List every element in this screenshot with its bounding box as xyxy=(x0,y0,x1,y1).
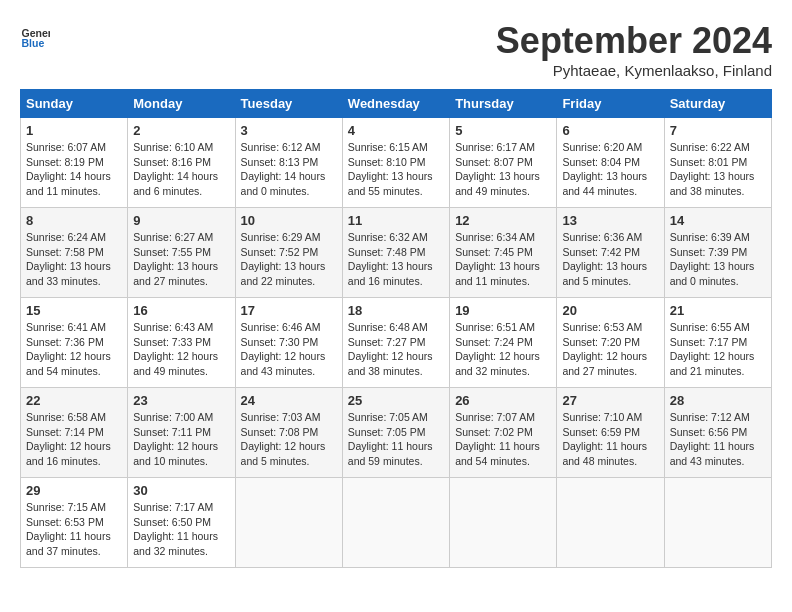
calendar-header-row: Sunday Monday Tuesday Wednesday Thursday… xyxy=(21,90,772,118)
header-friday: Friday xyxy=(557,90,664,118)
day-number: 5 xyxy=(455,123,551,138)
day-number: 15 xyxy=(26,303,122,318)
cell-text: Sunrise: 6:51 AMSunset: 7:24 PMDaylight:… xyxy=(455,321,540,377)
day-number: 12 xyxy=(455,213,551,228)
day-number: 29 xyxy=(26,483,122,498)
day-number: 26 xyxy=(455,393,551,408)
day-number: 25 xyxy=(348,393,444,408)
cell-text: Sunrise: 6:34 AMSunset: 7:45 PMDaylight:… xyxy=(455,231,540,287)
table-row: 25 Sunrise: 7:05 AMSunset: 7:05 PMDaylig… xyxy=(342,388,449,478)
cell-text: Sunrise: 6:24 AMSunset: 7:58 PMDaylight:… xyxy=(26,231,111,287)
cell-text: Sunrise: 6:41 AMSunset: 7:36 PMDaylight:… xyxy=(26,321,111,377)
table-row: 7 Sunrise: 6:22 AMSunset: 8:01 PMDayligh… xyxy=(664,118,771,208)
cell-text: Sunrise: 6:32 AMSunset: 7:48 PMDaylight:… xyxy=(348,231,433,287)
table-row: 8 Sunrise: 6:24 AMSunset: 7:58 PMDayligh… xyxy=(21,208,128,298)
cell-text: Sunrise: 7:10 AMSunset: 6:59 PMDaylight:… xyxy=(562,411,647,467)
table-row: 30 Sunrise: 7:17 AMSunset: 6:50 PMDaylig… xyxy=(128,478,235,568)
table-row xyxy=(557,478,664,568)
day-number: 28 xyxy=(670,393,766,408)
logo-icon: General Blue xyxy=(20,20,50,50)
table-row: 27 Sunrise: 7:10 AMSunset: 6:59 PMDaylig… xyxy=(557,388,664,478)
day-number: 14 xyxy=(670,213,766,228)
day-number: 4 xyxy=(348,123,444,138)
cell-text: Sunrise: 6:07 AMSunset: 8:19 PMDaylight:… xyxy=(26,141,111,197)
table-row: 1 Sunrise: 6:07 AMSunset: 8:19 PMDayligh… xyxy=(21,118,128,208)
cell-text: Sunrise: 7:17 AMSunset: 6:50 PMDaylight:… xyxy=(133,501,218,557)
table-row: 14 Sunrise: 6:39 AMSunset: 7:39 PMDaylig… xyxy=(664,208,771,298)
location: Pyhtaeae, Kymenlaakso, Finland xyxy=(496,62,772,79)
table-row: 23 Sunrise: 7:00 AMSunset: 7:11 PMDaylig… xyxy=(128,388,235,478)
cell-text: Sunrise: 6:15 AMSunset: 8:10 PMDaylight:… xyxy=(348,141,433,197)
table-row: 20 Sunrise: 6:53 AMSunset: 7:20 PMDaylig… xyxy=(557,298,664,388)
day-number: 27 xyxy=(562,393,658,408)
header-sunday: Sunday xyxy=(21,90,128,118)
day-number: 10 xyxy=(241,213,337,228)
title-block: September 2024 Pyhtaeae, Kymenlaakso, Fi… xyxy=(496,20,772,79)
table-row: 10 Sunrise: 6:29 AMSunset: 7:52 PMDaylig… xyxy=(235,208,342,298)
day-number: 1 xyxy=(26,123,122,138)
day-number: 20 xyxy=(562,303,658,318)
day-number: 13 xyxy=(562,213,658,228)
table-row: 6 Sunrise: 6:20 AMSunset: 8:04 PMDayligh… xyxy=(557,118,664,208)
table-row: 18 Sunrise: 6:48 AMSunset: 7:27 PMDaylig… xyxy=(342,298,449,388)
day-number: 11 xyxy=(348,213,444,228)
table-row: 26 Sunrise: 7:07 AMSunset: 7:02 PMDaylig… xyxy=(450,388,557,478)
table-row: 4 Sunrise: 6:15 AMSunset: 8:10 PMDayligh… xyxy=(342,118,449,208)
table-row: 28 Sunrise: 7:12 AMSunset: 6:56 PMDaylig… xyxy=(664,388,771,478)
header-thursday: Thursday xyxy=(450,90,557,118)
table-row: 3 Sunrise: 6:12 AMSunset: 8:13 PMDayligh… xyxy=(235,118,342,208)
day-number: 17 xyxy=(241,303,337,318)
cell-text: Sunrise: 7:07 AMSunset: 7:02 PMDaylight:… xyxy=(455,411,540,467)
day-number: 8 xyxy=(26,213,122,228)
calendar-week-5: 29 Sunrise: 7:15 AMSunset: 6:53 PMDaylig… xyxy=(21,478,772,568)
cell-text: Sunrise: 7:05 AMSunset: 7:05 PMDaylight:… xyxy=(348,411,433,467)
table-row: 11 Sunrise: 6:32 AMSunset: 7:48 PMDaylig… xyxy=(342,208,449,298)
day-number: 19 xyxy=(455,303,551,318)
table-row: 22 Sunrise: 6:58 AMSunset: 7:14 PMDaylig… xyxy=(21,388,128,478)
table-row: 15 Sunrise: 6:41 AMSunset: 7:36 PMDaylig… xyxy=(21,298,128,388)
logo: General Blue xyxy=(20,20,50,50)
day-number: 24 xyxy=(241,393,337,408)
table-row: 9 Sunrise: 6:27 AMSunset: 7:55 PMDayligh… xyxy=(128,208,235,298)
cell-text: Sunrise: 6:43 AMSunset: 7:33 PMDaylight:… xyxy=(133,321,218,377)
day-number: 7 xyxy=(670,123,766,138)
table-row xyxy=(450,478,557,568)
day-number: 18 xyxy=(348,303,444,318)
day-number: 22 xyxy=(26,393,122,408)
cell-text: Sunrise: 6:20 AMSunset: 8:04 PMDaylight:… xyxy=(562,141,647,197)
cell-text: Sunrise: 6:17 AMSunset: 8:07 PMDaylight:… xyxy=(455,141,540,197)
day-number: 23 xyxy=(133,393,229,408)
cell-text: Sunrise: 6:53 AMSunset: 7:20 PMDaylight:… xyxy=(562,321,647,377)
cell-text: Sunrise: 6:27 AMSunset: 7:55 PMDaylight:… xyxy=(133,231,218,287)
header-tuesday: Tuesday xyxy=(235,90,342,118)
day-number: 3 xyxy=(241,123,337,138)
table-row xyxy=(664,478,771,568)
svg-text:Blue: Blue xyxy=(22,37,45,49)
cell-text: Sunrise: 6:36 AMSunset: 7:42 PMDaylight:… xyxy=(562,231,647,287)
table-row: 21 Sunrise: 6:55 AMSunset: 7:17 PMDaylig… xyxy=(664,298,771,388)
cell-text: Sunrise: 7:00 AMSunset: 7:11 PMDaylight:… xyxy=(133,411,218,467)
day-number: 6 xyxy=(562,123,658,138)
cell-text: Sunrise: 6:12 AMSunset: 8:13 PMDaylight:… xyxy=(241,141,326,197)
cell-text: Sunrise: 6:46 AMSunset: 7:30 PMDaylight:… xyxy=(241,321,326,377)
table-row: 29 Sunrise: 7:15 AMSunset: 6:53 PMDaylig… xyxy=(21,478,128,568)
cell-text: Sunrise: 6:10 AMSunset: 8:16 PMDaylight:… xyxy=(133,141,218,197)
page-header: General Blue September 2024 Pyhtaeae, Ky… xyxy=(20,20,772,79)
cell-text: Sunrise: 7:15 AMSunset: 6:53 PMDaylight:… xyxy=(26,501,111,557)
table-row: 2 Sunrise: 6:10 AMSunset: 8:16 PMDayligh… xyxy=(128,118,235,208)
table-row xyxy=(235,478,342,568)
cell-text: Sunrise: 7:12 AMSunset: 6:56 PMDaylight:… xyxy=(670,411,755,467)
day-number: 2 xyxy=(133,123,229,138)
header-monday: Monday xyxy=(128,90,235,118)
cell-text: Sunrise: 6:58 AMSunset: 7:14 PMDaylight:… xyxy=(26,411,111,467)
cell-text: Sunrise: 6:22 AMSunset: 8:01 PMDaylight:… xyxy=(670,141,755,197)
calendar-table: Sunday Monday Tuesday Wednesday Thursday… xyxy=(20,89,772,568)
table-row: 5 Sunrise: 6:17 AMSunset: 8:07 PMDayligh… xyxy=(450,118,557,208)
table-row: 13 Sunrise: 6:36 AMSunset: 7:42 PMDaylig… xyxy=(557,208,664,298)
day-number: 21 xyxy=(670,303,766,318)
calendar-week-1: 1 Sunrise: 6:07 AMSunset: 8:19 PMDayligh… xyxy=(21,118,772,208)
cell-text: Sunrise: 7:03 AMSunset: 7:08 PMDaylight:… xyxy=(241,411,326,467)
cell-text: Sunrise: 6:39 AMSunset: 7:39 PMDaylight:… xyxy=(670,231,755,287)
table-row: 16 Sunrise: 6:43 AMSunset: 7:33 PMDaylig… xyxy=(128,298,235,388)
header-wednesday: Wednesday xyxy=(342,90,449,118)
